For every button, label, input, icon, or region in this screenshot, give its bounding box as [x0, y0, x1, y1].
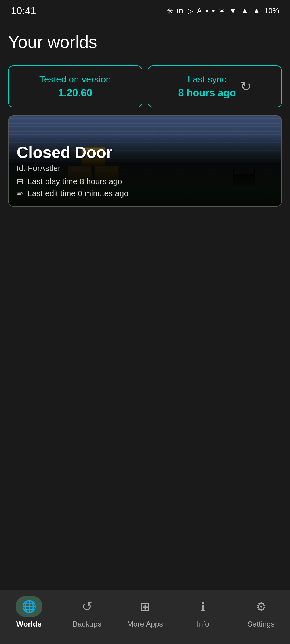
hashtag-icon: ✳ — [166, 6, 173, 16]
nav-label-worlds: Worlds — [16, 620, 42, 628]
nav-item-backups[interactable]: ↺ Backups — [58, 596, 116, 628]
world-last-edit: ✏ Last edit time 0 minutes ago — [17, 189, 273, 198]
world-name: Closed Door — [17, 143, 273, 162]
pencil-icon: ✏ — [17, 189, 23, 198]
spacer: • — [212, 6, 215, 15]
linkedin-icon: in — [177, 6, 183, 15]
more-apps-icon: ⊞ — [140, 600, 150, 613]
info-cards-row: Tested on version 1.20.60 Last sync 8 ho… — [8, 65, 282, 107]
version-card-value: 1.20.60 — [14, 87, 136, 99]
nav-label-more-apps: More Apps — [127, 620, 163, 628]
gamepad-icon: ⊞ — [17, 177, 23, 186]
bluetooth-icon: ✶ — [219, 6, 225, 16]
nav-label-backups: Backups — [73, 620, 101, 628]
wifi-icon: ▼ — [229, 6, 237, 15]
nav-icon-wrap-backups: ↺ — [74, 596, 100, 617]
settings-icon: ⚙ — [256, 600, 266, 613]
bottom-nav: 🌐 Worlds ↺ Backups ⊞ More Apps ℹ Info ⚙ … — [0, 590, 290, 644]
world-card[interactable]: Closed Door Id: ForAstler ⊞ Last play ti… — [8, 115, 282, 207]
nav-icon-wrap-worlds: 🌐 — [16, 596, 42, 617]
world-last-play: ⊞ Last play time 8 hours ago — [17, 177, 273, 186]
backups-icon: ↺ — [82, 599, 92, 614]
version-card: Tested on version 1.20.60 — [8, 65, 142, 107]
dot-icon: • — [205, 6, 208, 15]
play-icon: ▷ — [187, 6, 193, 16]
status-icons: ✳ in ▷ A • • ✶ ▼ ▲ ▲ 10% — [166, 6, 279, 16]
nav-item-info[interactable]: ℹ Info — [174, 596, 232, 628]
nav-label-info: Info — [197, 620, 209, 628]
status-time: 10:41 — [11, 5, 36, 17]
nav-label-settings: Settings — [247, 620, 274, 628]
nav-item-more-apps[interactable]: ⊞ More Apps — [116, 596, 174, 628]
nav-item-settings[interactable]: ⚙ Settings — [232, 596, 290, 628]
refresh-icon[interactable]: ↻ — [240, 79, 252, 94]
status-bar: 10:41 ✳ in ▷ A • • ✶ ▼ ▲ ▲ 10% — [0, 0, 290, 21]
world-card-overlay: Closed Door Id: ForAstler ⊞ Last play ti… — [9, 135, 281, 206]
world-meta: ⊞ Last play time 8 hours ago ✏ Last edit… — [17, 177, 273, 198]
main-content: Your worlds Tested on version 1.20.60 La… — [0, 21, 290, 207]
font-icon: A — [197, 7, 201, 15]
sync-card-inner: Last sync 8 hours ago ↻ — [154, 74, 276, 99]
sync-text: Last sync 8 hours ago — [178, 74, 236, 99]
world-id: Id: ForAstler — [17, 164, 273, 173]
nav-item-worlds[interactable]: 🌐 Worlds — [0, 596, 58, 628]
page-title: Your worlds — [8, 32, 282, 52]
nav-icon-wrap-more-apps: ⊞ — [132, 596, 158, 617]
signal-icon: ▲ — [241, 6, 249, 15]
signal2-icon: ▲ — [252, 6, 260, 15]
world-last-edit-text: Last edit time 0 minutes ago — [28, 189, 128, 198]
battery-level: 10% — [264, 6, 279, 15]
sync-card[interactable]: Last sync 8 hours ago ↻ — [148, 65, 282, 107]
world-last-play-text: Last play time 8 hours ago — [28, 177, 122, 186]
nav-icon-wrap-settings: ⚙ — [248, 596, 274, 617]
worlds-icon: 🌐 — [22, 599, 37, 613]
sync-card-label: Last sync — [178, 74, 236, 85]
sync-card-value: 8 hours ago — [178, 87, 236, 99]
info-icon: ℹ — [201, 600, 205, 613]
version-card-label: Tested on version — [14, 74, 136, 85]
nav-icon-wrap-info: ℹ — [190, 596, 216, 617]
